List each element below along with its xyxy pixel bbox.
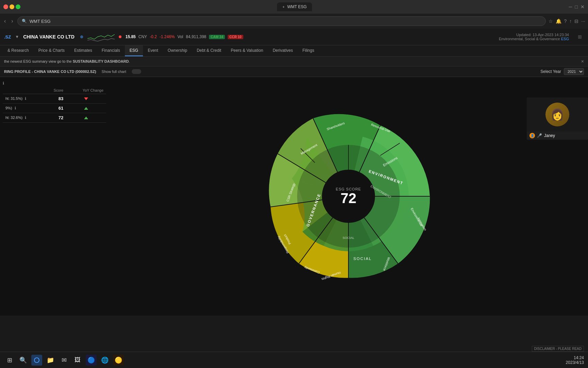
notification-text: the newest ESG summary view go to the SU…	[4, 59, 130, 63]
profile-row: RING PROFILE - CHINA VANKE CO LTD (00000…	[0, 66, 588, 77]
row2-label: 9%)	[5, 106, 12, 110]
tab-financials[interactable]: Financials	[97, 45, 125, 56]
taskbar-search-button[interactable]: 🔍	[18, 355, 29, 366]
browser-toolbar-actions: ☆ 🔔 ? ↑ ⊟ ···	[549, 18, 585, 24]
date-display: 2023/4/13	[566, 360, 584, 365]
row3-yoy-up-icon	[84, 117, 88, 119]
row3-label: ht: 32.6%)	[5, 116, 22, 120]
tab-price-charts[interactable]: Price & Charts	[34, 45, 69, 56]
address-bar[interactable]: 🔍 WMT ESG	[17, 16, 546, 26]
share-btn[interactable]: ↑	[569, 18, 572, 24]
svg-text:SOCIAL: SOCIAL	[343, 236, 354, 240]
close-window-button[interactable]	[3, 4, 8, 9]
price-indicator	[119, 35, 121, 38]
address-bar-row: ‹ › 🔍 WMT ESG ☆ 🔔 ? ↑ ⊟ ···	[0, 14, 588, 29]
video-name-bar: 👤 🎤 Janey	[527, 132, 588, 140]
tab-research[interactable]: & Research	[3, 45, 34, 56]
minimize-btn[interactable]: ─	[569, 4, 572, 10]
chart-toggle[interactable]	[132, 69, 141, 74]
back-button[interactable]: ‹	[3, 17, 7, 26]
tab-label: WMT ESG	[287, 4, 307, 9]
info-icon: ℹ	[3, 81, 4, 86]
mini-chart	[87, 32, 115, 42]
score-row-1: ht: 31.5%) ℹ 83	[3, 94, 106, 104]
company-info-icon[interactable]: ⊕	[80, 34, 83, 39]
scores-header: ℹ	[3, 80, 106, 87]
tab-ownership[interactable]: Ownership	[163, 45, 192, 56]
tab-esg[interactable]: ESG	[125, 45, 143, 56]
help-btn[interactable]: ?	[564, 18, 567, 24]
video-icon-symbol: 👤	[530, 134, 534, 137]
currency: CNY	[138, 34, 147, 39]
ccr-badge: CCR 10	[228, 35, 243, 39]
taskbar-edge-icon[interactable]	[31, 355, 42, 366]
bookmark-btn[interactable]: ☆	[549, 18, 553, 24]
tab-derivatives[interactable]: Derivatives	[268, 45, 297, 56]
esg-link[interactable]: ESG	[561, 37, 569, 41]
taskbar-files-icon[interactable]: 📁	[45, 355, 56, 366]
address-text: WMT ESG	[30, 19, 51, 24]
esg-center-score: 72	[341, 191, 357, 205]
disclaimer-button[interactable]: DISCLAIMER - PLEASE READ	[532, 346, 584, 352]
minimize-window-button[interactable]	[10, 4, 14, 9]
app-container: .SZ ▼ CHINA VANKE CO LTD ⊕ 15.85 CNY -0.…	[0, 29, 588, 316]
stock-header: .SZ ▼ CHINA VANKE CO LTD ⊕ 15.85 CNY -0.…	[0, 29, 588, 45]
browser-controls	[3, 4, 20, 9]
select-year-label: Select Year	[540, 69, 561, 74]
price-value: 15.85	[126, 34, 136, 39]
taskbar-mail-icon[interactable]: ✉	[59, 355, 69, 366]
video-user-icon: 👤	[529, 133, 535, 138]
save-btn[interactable]: ⊟	[574, 18, 578, 24]
taskbar-app-icon[interactable]: 🟡	[113, 355, 124, 366]
ticker-dropdown-icon[interactable]: ▼	[15, 34, 19, 39]
mic-icon: 🎤	[537, 133, 542, 138]
left-panel: ℹ Score YoY Change ht: 31.5%) ℹ	[0, 77, 109, 316]
row2-score: 61	[59, 106, 63, 111]
stock-ticker[interactable]: .SZ	[4, 34, 11, 40]
header-right: Updated: 13-Apr-2023 14:23:34 Environmen…	[499, 33, 569, 41]
maximize-window-button[interactable]	[16, 4, 20, 9]
main-content: ℹ Score YoY Change ht: 31.5%) ℹ	[0, 77, 588, 316]
svg-text:SOCIAL: SOCIAL	[353, 257, 372, 261]
col-yoy: YoY Change	[66, 87, 106, 94]
sidebar-toggle[interactable]: ⊞	[577, 33, 583, 40]
tab-debt-credit[interactable]: Debt & Credit	[192, 45, 226, 56]
taskbar-photos-icon[interactable]: 🖼	[72, 355, 83, 366]
side-icons: ⊞	[576, 31, 584, 43]
chart-area: Emissions Environmental Innovation Workf…	[109, 77, 588, 316]
scores-table: Score YoY Change ht: 31.5%) ℹ 83	[3, 87, 106, 123]
esg-chart-container: Emissions Environmental Innovation Workf…	[260, 108, 437, 285]
taskbar-browser-icon[interactable]: 🌐	[99, 355, 110, 366]
taskbar-time: 14:24 2023/4/13	[566, 355, 584, 365]
tab-estimates[interactable]: Estimates	[69, 45, 97, 56]
video-user-name: Janey	[544, 133, 555, 138]
taskbar: ⊞ 🔍 📁 ✉ 🖼 🔵 🌐 🟡 14:24 2023/4/13	[0, 352, 588, 368]
price-change: -0.2	[150, 34, 157, 39]
row1-info-icon: ℹ	[25, 96, 26, 101]
restore-btn[interactable]: □	[575, 4, 578, 10]
close-btn[interactable]: ✕	[581, 4, 585, 10]
score-row-2: 9%) ℹ 61	[3, 104, 106, 113]
notification-close-button[interactable]: ×	[581, 59, 584, 64]
notification-bar: the newest ESG summary view go to the SU…	[0, 57, 588, 66]
more-btn[interactable]: ···	[581, 18, 585, 24]
avatar-face: 👩	[551, 108, 564, 121]
tab-event[interactable]: Event	[143, 45, 163, 56]
col-category	[3, 87, 43, 94]
browser-tab[interactable]: + WMT ESG	[277, 2, 312, 11]
notifications-btn[interactable]: 🔔	[556, 18, 561, 24]
select-year-container: Select Year 2021 2020 2019	[540, 68, 584, 75]
tab-filings[interactable]: Filings	[298, 45, 319, 56]
time-display: 14:24	[566, 355, 584, 360]
year-select[interactable]: 2021 2020 2019	[564, 68, 584, 75]
row1-score: 83	[59, 96, 63, 101]
forward-button[interactable]: ›	[10, 17, 14, 26]
taskbar-video-icon[interactable]: 🔵	[86, 355, 97, 366]
avatar: 👩	[545, 103, 569, 126]
tab-peers-valuation[interactable]: Peers & Valuation	[226, 45, 268, 56]
taskbar-start-button[interactable]: ⊞	[4, 355, 15, 366]
row3-info-icon: ℹ	[25, 116, 26, 120]
volume-value: 84,911,398	[186, 34, 206, 39]
volume-label: Vol	[178, 34, 183, 39]
price-change-pct: -1.246%	[160, 34, 175, 39]
